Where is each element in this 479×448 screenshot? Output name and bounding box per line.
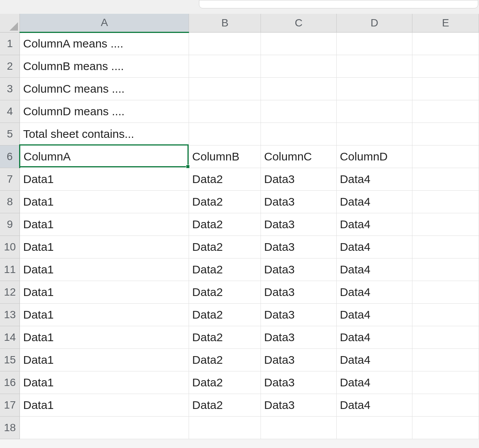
cell-D5[interactable] xyxy=(337,123,412,145)
col-header-E[interactable]: E xyxy=(412,14,479,32)
cell-E2[interactable] xyxy=(412,55,479,77)
cell-B10[interactable]: Data2 xyxy=(189,235,261,258)
cell-A5[interactable]: Total sheet contains... xyxy=(20,123,189,145)
cell-A11[interactable]: Data1 xyxy=(20,258,189,281)
cell-E16[interactable] xyxy=(412,371,479,394)
row-header-17[interactable]: 17 xyxy=(0,394,20,416)
cell-D1[interactable] xyxy=(337,32,412,55)
cell-B15[interactable]: Data2 xyxy=(189,348,261,371)
cell-A7[interactable]: Data1 xyxy=(20,168,189,190)
cell-D9[interactable]: Data4 xyxy=(337,213,412,235)
cell-D16[interactable]: Data4 xyxy=(337,371,412,394)
select-all-corner[interactable] xyxy=(0,14,20,32)
cell-A6[interactable]: ColumnA xyxy=(20,145,189,168)
cell-B12[interactable]: Data2 xyxy=(189,281,261,303)
cell-C17[interactable]: Data3 xyxy=(261,394,337,416)
row-header-4[interactable]: 4 xyxy=(0,100,20,123)
cell-B17[interactable]: Data2 xyxy=(189,394,261,416)
cell-E9[interactable] xyxy=(412,213,479,235)
cell-E11[interactable] xyxy=(412,258,479,281)
cell-E6[interactable] xyxy=(412,145,479,168)
cell-C14[interactable]: Data3 xyxy=(261,326,337,348)
cell-A15[interactable]: Data1 xyxy=(20,348,189,371)
row-header-16[interactable]: 16 xyxy=(0,371,20,394)
cell-E15[interactable] xyxy=(412,348,479,371)
row-header-5[interactable]: 5 xyxy=(0,123,20,145)
cell-A10[interactable]: Data1 xyxy=(20,235,189,258)
cell-E17[interactable] xyxy=(412,394,479,416)
cell-D13[interactable]: Data4 xyxy=(337,303,412,326)
row-header-6[interactable]: 6 xyxy=(0,145,20,168)
cell-E13[interactable] xyxy=(412,303,479,326)
cell-E12[interactable] xyxy=(412,281,479,303)
cell-B13[interactable]: Data2 xyxy=(189,303,261,326)
cell-D6[interactable]: ColumnD xyxy=(337,145,412,168)
cell-A12[interactable]: Data1 xyxy=(20,281,189,303)
col-header-D[interactable]: D xyxy=(337,14,412,32)
cell-D10[interactable]: Data4 xyxy=(337,235,412,258)
cell-B18[interactable] xyxy=(189,416,261,439)
cell-D15[interactable]: Data4 xyxy=(337,348,412,371)
row-header-9[interactable]: 9 xyxy=(0,213,20,235)
row-header-12[interactable]: 12 xyxy=(0,281,20,303)
cell-B7[interactable]: Data2 xyxy=(189,168,261,190)
cell-C18[interactable] xyxy=(261,416,337,439)
cell-D3[interactable] xyxy=(337,77,412,100)
cell-B5[interactable] xyxy=(189,123,261,145)
cell-B8[interactable]: Data2 xyxy=(189,190,261,213)
cell-A18[interactable] xyxy=(20,416,189,439)
cell-B3[interactable] xyxy=(189,77,261,100)
row-header-15[interactable]: 15 xyxy=(0,348,20,371)
cell-B11[interactable]: Data2 xyxy=(189,258,261,281)
cell-C9[interactable]: Data3 xyxy=(261,213,337,235)
cell-C16[interactable]: Data3 xyxy=(261,371,337,394)
cell-A16[interactable]: Data1 xyxy=(20,371,189,394)
cell-B2[interactable] xyxy=(189,55,261,77)
cell-C10[interactable]: Data3 xyxy=(261,235,337,258)
cell-E7[interactable] xyxy=(412,168,479,190)
cell-C15[interactable]: Data3 xyxy=(261,348,337,371)
cell-E4[interactable] xyxy=(412,100,479,123)
cell-C4[interactable] xyxy=(261,100,337,123)
cell-A17[interactable]: Data1 xyxy=(20,394,189,416)
row-header-13[interactable]: 13 xyxy=(0,303,20,326)
cell-A3[interactable]: ColumnC means .... xyxy=(20,77,189,100)
cell-C5[interactable] xyxy=(261,123,337,145)
cell-A2[interactable]: ColumnB means .... xyxy=(20,55,189,77)
cell-D8[interactable]: Data4 xyxy=(337,190,412,213)
row-header-18[interactable]: 18 xyxy=(0,416,20,439)
row-header-11[interactable]: 11 xyxy=(0,258,20,281)
row-header-14[interactable]: 14 xyxy=(0,326,20,348)
cell-E5[interactable] xyxy=(412,123,479,145)
row-header-7[interactable]: 7 xyxy=(0,168,20,190)
cell-A8[interactable]: Data1 xyxy=(20,190,189,213)
row-header-1[interactable]: 1 xyxy=(0,32,20,55)
cell-C3[interactable] xyxy=(261,77,337,100)
cell-E8[interactable] xyxy=(412,190,479,213)
cell-C6[interactable]: ColumnC xyxy=(261,145,337,168)
cell-D17[interactable]: Data4 xyxy=(337,394,412,416)
cell-B16[interactable]: Data2 xyxy=(189,371,261,394)
cell-D4[interactable] xyxy=(337,100,412,123)
col-header-B[interactable]: B xyxy=(189,14,261,32)
cell-D12[interactable]: Data4 xyxy=(337,281,412,303)
cell-D18[interactable] xyxy=(337,416,412,439)
cell-B6[interactable]: ColumnB xyxy=(189,145,261,168)
cell-C12[interactable]: Data3 xyxy=(261,281,337,303)
cell-C2[interactable] xyxy=(261,55,337,77)
row-header-2[interactable]: 2 xyxy=(0,55,20,77)
row-header-3[interactable]: 3 xyxy=(0,77,20,100)
col-header-C[interactable]: C xyxy=(261,14,337,32)
cell-E14[interactable] xyxy=(412,326,479,348)
cell-A14[interactable]: Data1 xyxy=(20,326,189,348)
cell-B9[interactable]: Data2 xyxy=(189,213,261,235)
cell-E3[interactable] xyxy=(412,77,479,100)
cell-D2[interactable] xyxy=(337,55,412,77)
cell-B14[interactable]: Data2 xyxy=(189,326,261,348)
row-header-10[interactable]: 10 xyxy=(0,235,20,258)
cell-A4[interactable]: ColumnD means .... xyxy=(20,100,189,123)
cell-C8[interactable]: Data3 xyxy=(261,190,337,213)
formula-bar[interactable] xyxy=(199,0,478,8)
row-header-8[interactable]: 8 xyxy=(0,190,20,213)
cell-C7[interactable]: Data3 xyxy=(261,168,337,190)
